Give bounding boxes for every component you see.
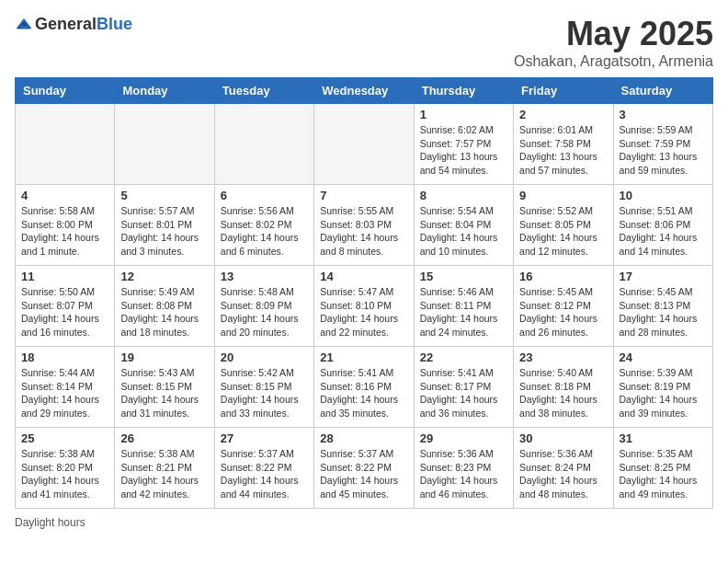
day-number: 13	[221, 270, 308, 283]
calendar-cell: 25Sunrise: 5:38 AMSunset: 8:20 PMDayligh…	[16, 428, 115, 509]
day-info: Sunrise: 5:44 AMSunset: 8:14 PMDaylight:…	[21, 366, 108, 420]
calendar-cell: 31Sunrise: 5:35 AMSunset: 8:25 PMDayligh…	[613, 428, 712, 509]
calendar-cell: 26Sunrise: 5:38 AMSunset: 8:21 PMDayligh…	[115, 428, 214, 509]
day-number: 18	[21, 350, 108, 364]
day-info: Sunrise: 5:54 AMSunset: 8:04 PMDaylight:…	[420, 204, 507, 259]
calendar-cell: 16Sunrise: 5:45 AMSunset: 8:12 PMDayligh…	[514, 266, 613, 347]
calendar-cell: 8Sunrise: 5:54 AMSunset: 8:04 PMDaylight…	[414, 185, 513, 266]
day-number: 27	[221, 431, 308, 445]
day-info: Sunrise: 5:50 AMSunset: 8:07 PMDaylight:…	[21, 285, 108, 339]
calendar-table: SundayMondayTuesdayWednesdayThursdayFrid…	[15, 77, 713, 509]
day-info: Sunrise: 6:02 AMSunset: 7:57 PMDaylight:…	[420, 123, 507, 178]
col-header-sunday: Sunday	[16, 78, 115, 104]
calendar-cell: 5Sunrise: 5:57 AMSunset: 8:01 PMDaylight…	[115, 185, 214, 266]
day-info: Sunrise: 5:49 AMSunset: 8:08 PMDaylight:…	[120, 285, 208, 339]
day-info: Sunrise: 5:35 AMSunset: 8:25 PMDaylight:…	[620, 447, 707, 501]
day-number: 15	[420, 270, 507, 283]
day-number: 11	[21, 270, 108, 283]
day-info: Sunrise: 5:51 AMSunset: 8:06 PMDaylight:…	[620, 204, 707, 259]
day-number: 3	[620, 108, 707, 121]
day-number: 10	[620, 189, 707, 202]
daylight-label: Daylight hours	[15, 516, 85, 529]
day-info: Sunrise: 5:55 AMSunset: 8:03 PMDaylight:…	[320, 204, 407, 259]
calendar-cell: 1Sunrise: 6:02 AMSunset: 7:57 PMDaylight…	[414, 104, 513, 185]
day-info: Sunrise: 5:42 AMSunset: 8:15 PMDaylight:…	[221, 366, 308, 420]
day-number: 25	[21, 431, 108, 445]
col-header-monday: Monday	[115, 78, 214, 104]
day-number: 28	[320, 431, 407, 445]
day-number: 4	[21, 189, 108, 202]
calendar-week-row: 25Sunrise: 5:38 AMSunset: 8:20 PMDayligh…	[16, 428, 713, 509]
day-info: Sunrise: 5:41 AMSunset: 8:17 PMDaylight:…	[420, 366, 507, 420]
calendar-cell: 3Sunrise: 5:59 AMSunset: 7:59 PMDaylight…	[613, 104, 712, 185]
day-number: 1	[420, 108, 507, 121]
calendar-cell: 21Sunrise: 5:41 AMSunset: 8:16 PMDayligh…	[314, 347, 414, 428]
calendar-week-row: 11Sunrise: 5:50 AMSunset: 8:07 PMDayligh…	[16, 266, 713, 347]
day-info: Sunrise: 5:59 AMSunset: 7:59 PMDaylight:…	[620, 123, 707, 178]
calendar-cell: 30Sunrise: 5:36 AMSunset: 8:24 PMDayligh…	[514, 428, 613, 509]
day-number: 5	[120, 189, 208, 202]
day-info: Sunrise: 5:37 AMSunset: 8:22 PMDaylight:…	[221, 447, 308, 501]
day-number: 16	[519, 270, 607, 283]
day-info: Sunrise: 5:45 AMSunset: 8:12 PMDaylight:…	[519, 285, 607, 339]
calendar-week-row: 18Sunrise: 5:44 AMSunset: 8:14 PMDayligh…	[16, 347, 713, 428]
generalblue-logo-icon	[15, 16, 33, 34]
title-area: May 2025 Oshakan, Aragatsotn, Armenia	[514, 15, 713, 70]
month-title: May 2025	[514, 15, 713, 53]
day-info: Sunrise: 5:45 AMSunset: 8:13 PMDaylight:…	[620, 285, 707, 339]
day-number: 23	[519, 350, 607, 364]
calendar-cell: 7Sunrise: 5:55 AMSunset: 8:03 PMDaylight…	[314, 185, 414, 266]
calendar-cell: 27Sunrise: 5:37 AMSunset: 8:22 PMDayligh…	[214, 428, 313, 509]
calendar-cell: 20Sunrise: 5:42 AMSunset: 8:15 PMDayligh…	[214, 347, 313, 428]
calendar-week-row: 1Sunrise: 6:02 AMSunset: 7:57 PMDaylight…	[16, 104, 713, 185]
day-number: 2	[519, 108, 607, 121]
calendar-cell: 4Sunrise: 5:58 AMSunset: 8:00 PMDaylight…	[16, 185, 115, 266]
day-number: 22	[420, 350, 507, 364]
day-info: Sunrise: 5:58 AMSunset: 8:00 PMDaylight:…	[21, 204, 108, 259]
day-number: 26	[120, 431, 208, 445]
day-number: 8	[420, 189, 507, 202]
header: GeneralBlue May 2025 Oshakan, Aragatsotn…	[15, 15, 713, 70]
logo-blue-text: Blue	[97, 15, 132, 33]
day-info: Sunrise: 6:01 AMSunset: 7:58 PMDaylight:…	[519, 123, 607, 178]
day-info: Sunrise: 5:57 AMSunset: 8:01 PMDaylight:…	[120, 204, 208, 259]
calendar-week-row: 4Sunrise: 5:58 AMSunset: 8:00 PMDaylight…	[16, 185, 713, 266]
col-header-saturday: Saturday	[613, 78, 712, 104]
calendar-cell: 2Sunrise: 6:01 AMSunset: 7:58 PMDaylight…	[514, 104, 613, 185]
day-number: 17	[620, 270, 707, 283]
calendar-cell: 29Sunrise: 5:36 AMSunset: 8:23 PMDayligh…	[414, 428, 513, 509]
day-info: Sunrise: 5:52 AMSunset: 8:05 PMDaylight:…	[519, 204, 607, 259]
day-number: 24	[620, 350, 707, 364]
col-header-thursday: Thursday	[414, 78, 513, 104]
logo: GeneralBlue	[15, 15, 132, 34]
calendar-cell	[115, 104, 214, 185]
day-info: Sunrise: 5:37 AMSunset: 8:22 PMDaylight:…	[320, 447, 407, 501]
logo-general-text: General	[35, 15, 97, 33]
calendar-cell: 23Sunrise: 5:40 AMSunset: 8:18 PMDayligh…	[514, 347, 613, 428]
day-info: Sunrise: 5:41 AMSunset: 8:16 PMDaylight:…	[320, 366, 407, 420]
calendar-cell: 22Sunrise: 5:41 AMSunset: 8:17 PMDayligh…	[414, 347, 513, 428]
day-info: Sunrise: 5:36 AMSunset: 8:23 PMDaylight:…	[420, 447, 507, 501]
day-info: Sunrise: 5:40 AMSunset: 8:18 PMDaylight:…	[519, 366, 607, 420]
calendar-cell	[314, 104, 414, 185]
calendar-cell: 17Sunrise: 5:45 AMSunset: 8:13 PMDayligh…	[613, 266, 712, 347]
calendar-cell: 19Sunrise: 5:43 AMSunset: 8:15 PMDayligh…	[115, 347, 214, 428]
calendar-cell: 24Sunrise: 5:39 AMSunset: 8:19 PMDayligh…	[613, 347, 712, 428]
day-info: Sunrise: 5:56 AMSunset: 8:02 PMDaylight:…	[221, 204, 308, 259]
day-info: Sunrise: 5:39 AMSunset: 8:19 PMDaylight:…	[620, 366, 707, 420]
day-number: 14	[320, 270, 407, 283]
day-info: Sunrise: 5:47 AMSunset: 8:10 PMDaylight:…	[320, 285, 407, 339]
calendar-cell	[214, 104, 313, 185]
day-number: 30	[519, 431, 607, 445]
calendar-cell: 28Sunrise: 5:37 AMSunset: 8:22 PMDayligh…	[314, 428, 414, 509]
calendar-cell: 10Sunrise: 5:51 AMSunset: 8:06 PMDayligh…	[613, 185, 712, 266]
calendar-cell: 11Sunrise: 5:50 AMSunset: 8:07 PMDayligh…	[16, 266, 115, 347]
day-number: 21	[320, 350, 407, 364]
calendar-header-row: SundayMondayTuesdayWednesdayThursdayFrid…	[16, 78, 713, 104]
day-info: Sunrise: 5:46 AMSunset: 8:11 PMDaylight:…	[420, 285, 507, 339]
day-number: 19	[120, 350, 208, 364]
col-header-tuesday: Tuesday	[214, 78, 313, 104]
day-info: Sunrise: 5:43 AMSunset: 8:15 PMDaylight:…	[120, 366, 208, 420]
location-title: Oshakan, Aragatsotn, Armenia	[514, 53, 713, 70]
svg-rect-2	[20, 26, 28, 29]
